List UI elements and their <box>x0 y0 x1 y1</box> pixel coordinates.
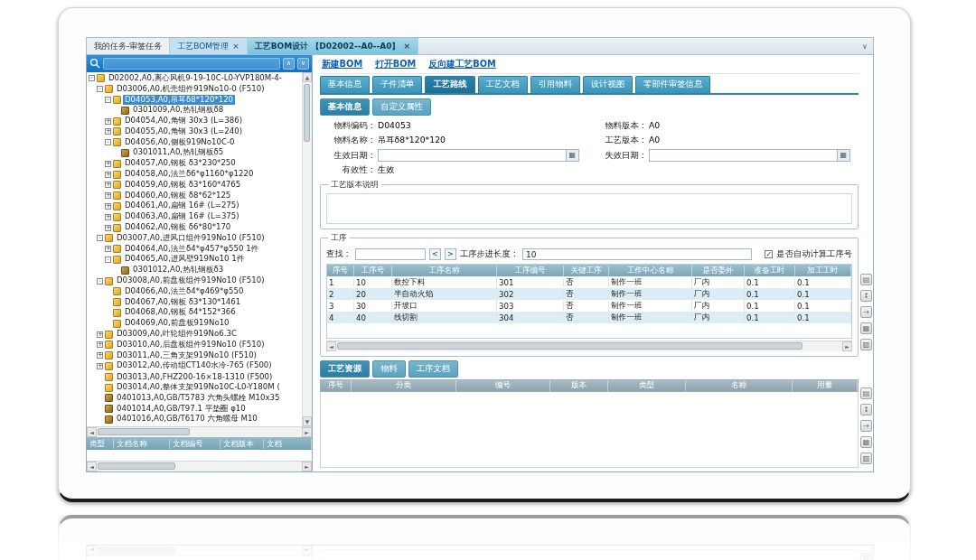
scrollbar-thumb[interactable] <box>304 84 310 142</box>
expand-expander-icon[interactable]: + <box>105 128 111 135</box>
collapse-expander-icon[interactable]: - <box>97 86 103 92</box>
tab-0[interactable]: 基本信息 <box>320 76 370 93</box>
scrollbar-thumb[interactable] <box>98 428 190 435</box>
collapse-expander-icon[interactable]: - <box>105 139 111 145</box>
tree-item[interactable]: +D04058,A0,法兰δ6*φ1160*φ1220 <box>87 169 302 180</box>
scroll-right-icon[interactable]: ► <box>302 462 312 471</box>
expand-expander-icon[interactable]: + <box>105 118 111 125</box>
scroll-left-icon[interactable]: ◄ <box>87 427 97 437</box>
expand-expander-icon[interactable]: + <box>105 161 111 167</box>
link-3[interactable]: 反向建工艺BOM <box>428 59 496 70</box>
tree-item[interactable]: -D04056,A0,侧板919No10C-0 <box>87 137 302 148</box>
search-up-button[interactable]: ∧ <box>283 58 295 70</box>
expand-expander-icon[interactable]: + <box>105 182 111 188</box>
tree-item[interactable]: 0401014,A0,GB/T97.1 平垫圈 φ10 <box>87 404 302 415</box>
expand-expander-icon[interactable]: + <box>97 341 103 348</box>
tab-bom-design[interactable]: 工艺BOM设计 【D02002--A0--A0】 × <box>248 38 418 54</box>
expire-date-input[interactable]: ▦ <box>649 149 850 162</box>
collapse-expander-icon[interactable]: - <box>105 257 111 263</box>
panel-icon[interactable]: ▥ <box>860 339 872 350</box>
tree-item[interactable]: 0301009,A0,热轧钢板δ8 <box>87 105 302 116</box>
expand-expander-icon[interactable]: + <box>105 225 111 231</box>
tree-item[interactable]: +D04061,A0,扁钢 16# (L=275) <box>87 201 302 212</box>
scroll-up-icon[interactable]: ▲ <box>303 72 312 82</box>
tree-item[interactable]: +D03011,A0,三角支架919No10 (F510) <box>87 350 302 361</box>
tree-item[interactable]: D04067,A0,钢板 δ3*130*1461 <box>87 297 302 308</box>
bottom-tab-2[interactable]: 工序文档 <box>408 360 458 378</box>
tree-item[interactable]: -D03007,A0,进风口组件919No10 (F510) <box>87 233 302 244</box>
scroll-left-icon[interactable]: ◄ <box>87 462 97 471</box>
expand-expander-icon[interactable]: + <box>97 331 103 338</box>
subtab-0[interactable]: 基本信息 <box>320 98 370 116</box>
tree-item[interactable]: +D03012,A0,传动组CT140水冷-765 (F500) <box>87 361 302 372</box>
panel-icon[interactable]: ▥ <box>860 453 872 464</box>
subtab-1[interactable]: 自定义属性 <box>372 98 430 116</box>
collapse-expander-icon[interactable]: - <box>89 75 95 81</box>
tab-4[interactable]: 引用物料 <box>530 76 580 93</box>
tab-3[interactable]: 工艺文档 <box>478 76 528 93</box>
tree-item[interactable]: +D04057,A0,钢板 δ3*230*250 <box>87 158 302 169</box>
link-1[interactable]: 新建BOM <box>322 59 362 70</box>
tree-vertical-scrollbar[interactable]: ▲ ▼ <box>302 72 312 426</box>
tab-2[interactable]: 工艺路线 <box>425 76 474 93</box>
tree-item[interactable]: -D02002,A0,离心风机9-19-10C-L0-YVP180M-4- <box>87 73 302 84</box>
keyboard-icon[interactable]: ▤ <box>860 387 872 399</box>
expand-expander-icon[interactable]: + <box>105 192 111 199</box>
step-input[interactable]: 10 <box>522 248 752 260</box>
tree-item[interactable]: D04068,A0,钢板 δ4*152*366 <box>87 308 302 319</box>
scroll-right-icon[interactable]: ► <box>842 341 852 351</box>
bottom-tab-0[interactable]: 工艺资源 <box>320 360 370 378</box>
tree-item[interactable]: 0301011,A0,热轧钢板δ5 <box>87 148 302 159</box>
scrollbar-track[interactable] <box>336 341 842 351</box>
tree-item[interactable]: D03013,A0,FHZ200-16×18-1310 (F500) <box>87 371 302 382</box>
scrollbar-track[interactable] <box>97 462 302 471</box>
next-button[interactable]: > <box>445 248 456 260</box>
tree-item[interactable]: +D03009,A0,叶轮组件919No6.3C <box>87 329 302 340</box>
scrollbar-track[interactable] <box>97 427 302 437</box>
tree-item[interactable]: +D04064,A0,法兰δ4*φ457*φ550 1件 <box>87 244 302 255</box>
tree-item[interactable]: -D04065,A0,进风壁919No10 1件 <box>87 255 302 266</box>
collapse-expander-icon[interactable]: - <box>105 97 111 103</box>
forward-icon[interactable]: → <box>860 306 872 318</box>
sort-icon[interactable]: ↕ <box>860 290 872 302</box>
tree-item[interactable]: D04066,A0,法兰δ4*φ469*φ550 <box>87 286 302 297</box>
collapse-expander-icon[interactable]: - <box>97 235 103 241</box>
expand-expander-icon[interactable]: + <box>97 352 103 359</box>
process-horizontal-scrollbar[interactable]: ◄ ► <box>326 341 852 351</box>
tree-item[interactable]: 0401013,A0,GB/T5783 六角头螺栓 M10x35 <box>87 393 302 404</box>
expand-expander-icon[interactable]: + <box>105 203 111 210</box>
table-row[interactable]: 220半自动火焰302否制作一班厂内0.10.1 <box>327 288 851 300</box>
close-icon[interactable]: × <box>403 42 410 51</box>
bottom-tab-1[interactable]: 物料 <box>372 360 406 378</box>
find-input[interactable] <box>355 248 426 260</box>
scrollbar-thumb[interactable] <box>98 462 175 470</box>
grid-icon[interactable]: ▦ <box>860 322 872 334</box>
tree-item[interactable]: -D03006,A0,机壳组件919No10-0 (F510) <box>87 84 302 95</box>
grid-icon[interactable]: ▦ <box>860 436 872 448</box>
tree-item[interactable]: D03014,A0,整体支架919No10C-L0-Y180M ( <box>87 382 302 393</box>
scrollbar-thumb[interactable] <box>337 342 802 350</box>
tree-item[interactable]: +D04062,A0,钢板 δ6*80*170 <box>87 222 302 233</box>
doc-horizontal-scrollbar[interactable]: ◄ ► <box>87 461 312 471</box>
tree-item[interactable]: D04069,A0,前盘板919No10 <box>87 318 302 329</box>
prev-button[interactable]: < <box>429 248 441 260</box>
link-2[interactable]: 打开BOM <box>375 59 416 70</box>
tree-item[interactable]: +D04055,A0,角钢 30x3 (L=240) <box>87 126 302 137</box>
table-row[interactable]: 110数控下料301否制作一班厂内0.10.1 <box>327 276 851 288</box>
scroll-right-icon[interactable]: ► <box>302 427 312 437</box>
search-down-button[interactable]: ∨ <box>297 58 309 70</box>
tab-6[interactable]: 零部件审签信息 <box>635 76 710 93</box>
effective-date-input[interactable]: ▦ <box>378 149 579 162</box>
tree-item[interactable]: -D04053,A0,吊耳δ8*120*120 <box>87 95 302 106</box>
tree-item[interactable]: +D04059,A0,钢板 δ3*160*4765 <box>87 180 302 191</box>
keyboard-icon[interactable]: ▤ <box>860 274 872 285</box>
tab-bom-manage[interactable]: 工艺BOM管理 × <box>170 38 247 54</box>
tree-item[interactable]: +D04063,A0,扁钢 16# (L=375) <box>87 211 302 222</box>
forward-icon[interactable]: → <box>860 420 872 432</box>
chevron-down-icon[interactable]: ∨ <box>857 38 873 54</box>
tree-item[interactable]: -D03008,A0,前盘板组件919No10 (F510) <box>87 275 302 286</box>
tab-1[interactable]: 子件清单 <box>372 76 422 93</box>
expand-expander-icon[interactable]: + <box>105 246 111 252</box>
tab-my-tasks[interactable]: 我的任务-审签任务 <box>87 38 170 54</box>
scroll-down-icon[interactable]: ▼ <box>303 416 312 426</box>
